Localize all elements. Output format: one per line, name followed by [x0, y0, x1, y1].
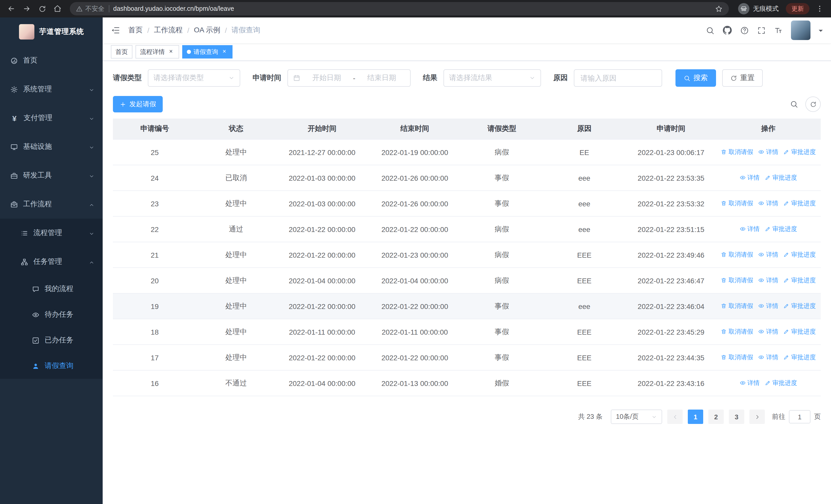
progress-action[interactable]: 审批进度 [765, 174, 797, 182]
edit-icon [765, 226, 771, 232]
home-button[interactable] [50, 2, 65, 16]
cancel-action[interactable]: 取消请假 [721, 199, 753, 208]
page-button-2[interactable]: 2 [708, 410, 724, 424]
cancel-action[interactable]: 取消请假 [721, 250, 753, 259]
sidebar-item-done-tasks[interactable]: 已办任务 [0, 327, 103, 353]
sidebar-item-process-mgmt[interactable]: 流程管理 [0, 219, 103, 247]
breadcrumb-item-2[interactable]: OA 示例 [194, 26, 221, 35]
detail-action[interactable]: 详情 [758, 302, 778, 310]
bookmark-star-button[interactable] [715, 5, 723, 12]
create-leave-button[interactable]: 发起请假 [113, 96, 163, 112]
sidebar-item-todo-tasks[interactable]: 待办任务 [0, 302, 103, 327]
detail-action[interactable]: 详情 [740, 225, 760, 234]
cell-type: 病假 [461, 216, 543, 242]
eye-icon [740, 380, 746, 386]
help-button[interactable] [740, 26, 749, 35]
cell-reason: eee [543, 293, 626, 319]
fullscreen-button[interactable] [757, 26, 766, 35]
cancel-action[interactable]: 取消请假 [721, 327, 753, 336]
progress-action[interactable]: 审批进度 [783, 250, 816, 259]
back-button[interactable] [4, 2, 19, 16]
breadcrumb-item-0[interactable]: 首页 [128, 26, 143, 35]
user-avatar[interactable] [791, 21, 810, 40]
progress-action[interactable]: 审批进度 [783, 148, 816, 156]
close-tab-icon[interactable]: × [221, 48, 228, 55]
sidebar-item-leave-query[interactable]: 请假查询 [0, 353, 103, 379]
page-button-1[interactable]: 1 [688, 410, 703, 424]
detail-action[interactable]: 详情 [758, 199, 778, 208]
tags-bar: 首页流程详情×请假查询× [103, 43, 831, 61]
table-row: 21处理中2022-01-22 00:00:002022-01-23 00:00… [113, 242, 821, 268]
progress-action[interactable]: 审批进度 [783, 302, 816, 310]
detail-action[interactable]: 详情 [758, 276, 778, 285]
chrome-menu-button[interactable] [812, 2, 827, 16]
forward-button[interactable] [20, 2, 34, 16]
collapse-sidebar-button[interactable] [111, 26, 120, 35]
address-bar[interactable]: 不安全 dashboard.yudao.iocoder.cn/bpm/oa/le… [70, 2, 729, 16]
sidebar-item-task-mgmt[interactable]: 任务管理 [0, 247, 103, 276]
table-row: 19处理中2022-01-22 00:00:002022-01-22 00:00… [113, 293, 821, 319]
chevron-down-icon [89, 231, 94, 237]
progress-action[interactable]: 审批进度 [765, 225, 797, 234]
sidebar-item-infra[interactable]: 基础设施 [0, 132, 103, 161]
sidebar-item-home[interactable]: 首页 [0, 46, 103, 75]
detail-action[interactable]: 详情 [758, 250, 778, 259]
eye-icon [740, 175, 746, 181]
cancel-action[interactable]: 取消请假 [721, 302, 753, 310]
apply-time-range-picker[interactable]: 开始日期 - 结束日期 [287, 69, 411, 87]
sidebar-item-devtools[interactable]: 研发工具 [0, 161, 103, 190]
search-button[interactable] [706, 26, 715, 35]
sidebar-item-system[interactable]: 系统管理 [0, 75, 103, 104]
sidebar-item-payment[interactable]: ¥支付管理 [0, 104, 103, 132]
detail-action[interactable]: 详情 [740, 379, 760, 387]
detail-action[interactable]: 详情 [740, 174, 760, 182]
cell-status: 已取消 [196, 165, 276, 191]
calendar-icon [293, 75, 300, 82]
result-select[interactable]: 请选择流结果 [443, 69, 541, 87]
leave-type-select[interactable]: 请选择请假类型 [148, 69, 240, 87]
app-title: 芋道管理系统 [39, 27, 84, 36]
cell-end: 2022-01-22 00:00:00 [369, 345, 461, 370]
refresh-table-button[interactable] [805, 96, 821, 112]
tab-请假查询[interactable]: 请假查询× [182, 45, 232, 59]
search-submit-button[interactable]: 搜索 [676, 69, 716, 87]
security-chip[interactable]: 不安全 [76, 4, 105, 13]
top-navbar: 首页/工作流程/OA 示例/请假查询 [103, 18, 831, 43]
reason-input[interactable] [579, 73, 657, 83]
tab-流程详情[interactable]: 流程详情× [136, 45, 179, 59]
table-row: 25处理中2021-12-27 00:00:002022-01-19 00:00… [113, 139, 821, 165]
goto-page-input[interactable] [789, 410, 810, 423]
list-icon [21, 229, 28, 237]
omnibox-divider [109, 5, 109, 12]
page-button-3[interactable]: 3 [729, 410, 744, 424]
detail-action[interactable]: 详情 [758, 148, 778, 156]
close-tab-icon[interactable]: × [167, 48, 174, 55]
sidebar-item-my-process[interactable]: 我的流程 [0, 276, 103, 302]
progress-action[interactable]: 审批进度 [783, 353, 816, 362]
reset-button[interactable]: 重置 [722, 69, 763, 87]
cancel-action[interactable]: 取消请假 [721, 276, 753, 285]
edit-icon [783, 329, 790, 335]
progress-action[interactable]: 审批进度 [783, 199, 816, 208]
reload-button[interactable] [35, 2, 49, 16]
sidebar-item-workflow[interactable]: 工作流程 [0, 190, 103, 219]
progress-action[interactable]: 审批进度 [765, 379, 797, 387]
breadcrumb-item-1[interactable]: 工作流程 [154, 26, 183, 35]
progress-action[interactable]: 审批进度 [783, 327, 816, 336]
font-size-button[interactable] [774, 26, 783, 35]
tab-首页[interactable]: 首页 [111, 45, 133, 59]
trash-icon [721, 277, 727, 284]
progress-action[interactable]: 审批进度 [783, 276, 816, 285]
detail-action[interactable]: 详情 [758, 327, 778, 336]
update-button[interactable]: 更新 [786, 3, 809, 14]
detail-action[interactable]: 详情 [758, 353, 778, 362]
toggle-search-button[interactable] [790, 100, 798, 108]
cancel-action[interactable]: 取消请假 [721, 148, 753, 156]
prev-page-button[interactable] [667, 410, 683, 424]
github-button[interactable] [723, 26, 732, 35]
next-page-button[interactable] [749, 410, 765, 424]
page-size-select[interactable]: 10条/页 [611, 410, 662, 424]
avatar-caret-icon[interactable] [819, 30, 823, 34]
cancel-action[interactable]: 取消请假 [721, 353, 753, 362]
table-row: 23处理中2022-01-03 00:00:002022-01-26 00:00… [113, 191, 821, 216]
